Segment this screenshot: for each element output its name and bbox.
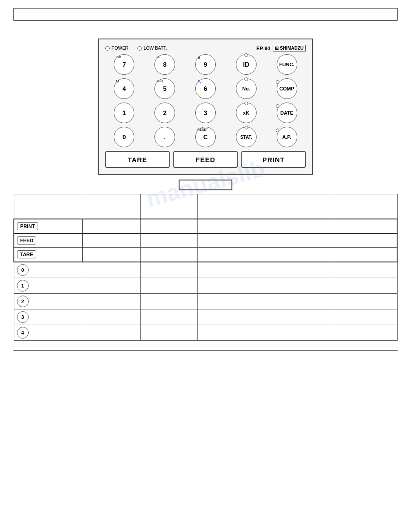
key-8-label: 8 [163, 61, 167, 68]
key-3-cell: 3 [14, 309, 83, 325]
tare-col-4 [198, 248, 332, 262]
print-key-btn: PRINT [17, 222, 38, 230]
feed-col-5 [332, 233, 397, 248]
row3-col2 [83, 309, 140, 325]
key-9-sublabel: 🖨 [197, 56, 201, 59]
tare-button[interactable]: TARE [105, 151, 170, 168]
key-9[interactable]: 🖨 9 [195, 54, 216, 75]
brand-logo: ⊞ SHIMADZU [273, 45, 306, 51]
num-4-sublabel: ' [18, 327, 18, 330]
header-col-4 [198, 194, 332, 219]
row3-col5 [332, 309, 397, 325]
feed-button[interactable]: FEED [173, 151, 238, 168]
key-4[interactable]: M 4 [114, 78, 134, 99]
row4-col3 [140, 325, 197, 340]
key-6[interactable]: 🐾 6 [195, 78, 216, 99]
key-dot[interactable]: . [154, 127, 175, 147]
key-7-sublabel: T/R [116, 56, 121, 59]
table-row-3: 3 [14, 309, 397, 325]
key-4-cell: ' 4 [14, 325, 83, 340]
low-batt-indicator: LOW BATT. [137, 46, 167, 51]
print-label: PRINT [262, 156, 285, 163]
key-7-label: 7 [122, 61, 126, 68]
feed-key-cell: FEED [14, 233, 83, 248]
key-5-label: 5 [163, 85, 167, 92]
row2-col3 [140, 293, 197, 309]
table-row-1: 1 [14, 278, 397, 293]
row4-col5 [332, 325, 397, 340]
key-3[interactable]: 3 [195, 103, 216, 123]
print-key-cell: PRINT [14, 219, 83, 233]
feed-key-btn: FEED [17, 236, 36, 245]
header-col-5 [332, 194, 397, 219]
brand-area: EP-90 ⊞ SHIMADZU [257, 45, 306, 51]
row4-col2 [83, 325, 140, 340]
row1-col5 [332, 278, 397, 293]
row2-col5 [332, 293, 397, 309]
main-table: PRINT FEED TARE [13, 194, 398, 341]
low-batt-label: LOW BATT. [144, 46, 167, 51]
keypad-indicators: POWER LOW BATT. [105, 46, 167, 51]
num-2-btn: 2 [17, 296, 29, 307]
key-2[interactable]: 2 [154, 103, 175, 123]
row1-col2 [83, 278, 140, 293]
key-dot-label: . [164, 133, 166, 141]
table-row-tare: TARE [14, 248, 397, 262]
top-bar [13, 8, 398, 21]
tare-key-btn: TARE [17, 250, 36, 258]
header-col-3 [140, 194, 197, 219]
feed-col-2 [83, 233, 140, 248]
key-stat[interactable]: STAT. [236, 127, 257, 147]
key-7[interactable]: T/R 7 [114, 54, 134, 75]
key-1[interactable]: 1 [114, 103, 134, 123]
xk-indicator [244, 102, 248, 105]
key-8[interactable]: % 8 [154, 54, 175, 75]
row1-col3 [140, 278, 197, 293]
tare-col-3 [140, 248, 197, 262]
table-section: PRINT FEED TARE [13, 194, 398, 341]
keypad-row-3: 1 2 3 xK DATE [105, 103, 306, 123]
key-no[interactable]: No. [236, 78, 257, 99]
print-col-5 [332, 219, 397, 233]
num-0-btn: 0 [17, 264, 29, 276]
header-col-1 [14, 194, 83, 219]
key-9-label: 9 [204, 61, 207, 68]
feed-col-3 [140, 233, 197, 248]
key-xk[interactable]: xK [236, 103, 257, 123]
key-c-label: C [203, 133, 208, 141]
row2-col2 [83, 293, 140, 309]
key-3-label: 3 [204, 109, 207, 116]
tare-label: TARE [128, 156, 147, 163]
key-id[interactable]: ID [236, 54, 257, 75]
key-0[interactable]: 0 [114, 127, 134, 147]
keypad-row-1: T/R 7 % 8 🖨 9 ID FUNC. [105, 54, 306, 75]
key-2-cell: 2 [14, 293, 83, 309]
table-row-print: PRINT [14, 219, 397, 233]
row3-col3 [140, 309, 197, 325]
key-comp[interactable]: COMP [277, 78, 297, 99]
table-row-4: ' 4 [14, 325, 397, 340]
key-5[interactable]: %=0 5 [154, 78, 175, 99]
small-box [179, 180, 232, 190]
model-label: EP-90 [257, 46, 270, 51]
key-func[interactable]: FUNC. [277, 54, 297, 75]
key-stat-label: STAT. [240, 135, 252, 140]
key-ap-label: A.P. [283, 134, 291, 140]
key-ap[interactable]: A.P. [277, 127, 297, 147]
key-4-label: 4 [122, 85, 126, 92]
date-indicator [276, 104, 279, 108]
key-date[interactable]: DATE [277, 103, 297, 123]
power-led [105, 46, 110, 51]
key-c[interactable]: RESET C [195, 127, 216, 147]
table-header-row [14, 194, 397, 219]
print-col-3 [140, 219, 197, 233]
num-3-btn: 3 [17, 311, 29, 323]
tare-key-cell: TARE [14, 248, 83, 262]
key-2-label: 2 [163, 109, 167, 116]
keypad-panel: POWER LOW BATT. EP-90 ⊞ SHIMADZU T/R 7 %… [98, 39, 313, 175]
low-batt-led [137, 46, 142, 51]
table-row-feed: FEED [14, 233, 397, 248]
print-button[interactable]: PRINT [241, 151, 306, 168]
key-func-label: FUNC. [279, 62, 295, 67]
header-col-2 [83, 194, 140, 219]
